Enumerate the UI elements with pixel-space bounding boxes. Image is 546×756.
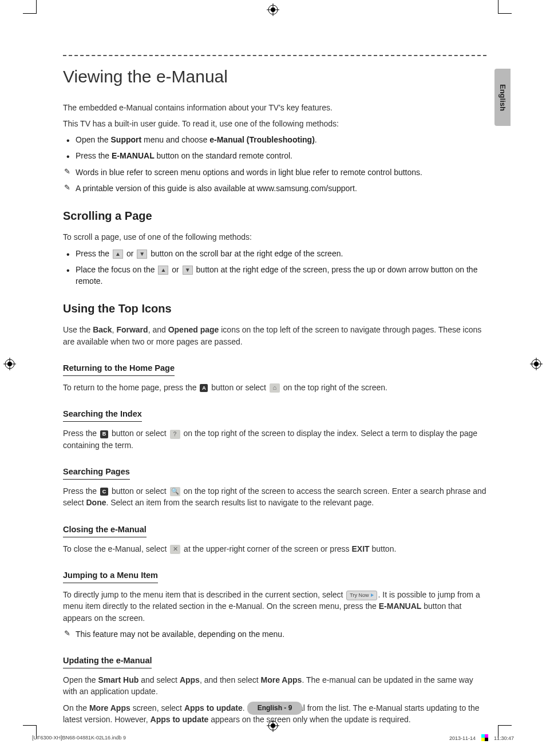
scrolling-bullet-list: Press the ▲ or ▼ button on the scroll ba… bbox=[63, 248, 486, 287]
index-icon: ？ bbox=[170, 430, 180, 439]
body-text: Open the Smart Hub and select Apps, and … bbox=[63, 674, 486, 698]
registration-mark-icon bbox=[530, 358, 543, 370]
list-item: Press the E-MANUAL button on the standar… bbox=[63, 150, 486, 161]
list-item: Words in blue refer to screen menu optio… bbox=[63, 167, 486, 178]
list-item: This feature may not be available, depen… bbox=[63, 628, 486, 640]
play-icon bbox=[371, 593, 374, 597]
crop-mark bbox=[498, 0, 512, 14]
search-icon: 🔍 bbox=[170, 487, 180, 496]
arrow-down-icon: ▼ bbox=[183, 266, 193, 275]
svg-rect-17 bbox=[485, 734, 488, 738]
section-heading-top-icons: Using the Top Icons bbox=[63, 300, 486, 317]
subsection-return-home: Returning to the Home Page bbox=[63, 362, 175, 376]
registration-mark-icon bbox=[267, 3, 279, 16]
remote-key-b-icon: B bbox=[100, 430, 108, 438]
body-text: Press the B button or select ？ on the to… bbox=[63, 428, 486, 451]
svg-rect-16 bbox=[481, 734, 485, 738]
list-item: A printable version of this guide is als… bbox=[63, 183, 486, 194]
body-text: To directly jump to the menu item that i… bbox=[63, 589, 486, 624]
subsection-search-index: Searching the Index bbox=[63, 408, 142, 422]
list-item: Place the focus on the ▲ or ▼ button at … bbox=[63, 264, 486, 287]
body-text: To close the e-Manual, select ✕ at the u… bbox=[63, 543, 486, 555]
subsection-jumping: Jumping to a Menu Item bbox=[63, 569, 158, 583]
remote-key-c-icon: C bbox=[100, 488, 108, 496]
arrow-up-icon: ▲ bbox=[158, 266, 168, 275]
body-text: To scroll a page, use of one of the foll… bbox=[63, 231, 486, 243]
language-tab: English bbox=[494, 69, 511, 126]
section-heading-scrolling: Scrolling a Page bbox=[63, 208, 486, 224]
try-now-badge: Try Now bbox=[346, 591, 377, 600]
body-text: To return to the home page, press the A … bbox=[63, 382, 486, 393]
imprint-time: 11:30:47 bbox=[494, 735, 514, 742]
arrow-down-icon: ▼ bbox=[137, 250, 147, 259]
crop-mark bbox=[23, 0, 37, 14]
subsection-closing: Closing the e-Manual bbox=[63, 524, 147, 537]
close-icon: ✕ bbox=[170, 545, 180, 554]
intro-bullet-list: Open the Support menu and choose e-Manua… bbox=[63, 134, 486, 162]
page-title: Viewing the e-Manual bbox=[63, 64, 486, 89]
list-item: Press the ▲ or ▼ button on the scroll ba… bbox=[63, 248, 486, 259]
imprint-line: [UF6300-XH]BN68-04881K-02L16.indb 9 2013… bbox=[32, 734, 514, 743]
registration-mark-icon bbox=[3, 358, 16, 370]
subsection-search-pages: Searching Pages bbox=[63, 466, 130, 480]
page-footer: English - 9 bbox=[63, 702, 486, 715]
svg-rect-18 bbox=[481, 738, 485, 741]
intro-note-list: Words in blue refer to screen menu optio… bbox=[63, 167, 486, 195]
body-text: Use the Back, Forward, and Opened page i… bbox=[63, 324, 486, 347]
divider bbox=[63, 55, 486, 56]
jumping-note-list: This feature may not be available, depen… bbox=[63, 628, 486, 640]
language-tab-label: English bbox=[497, 84, 508, 111]
imprint-date: 2013-11-14 bbox=[449, 735, 476, 742]
svg-rect-19 bbox=[485, 738, 488, 741]
home-icon: ⌂ bbox=[270, 383, 280, 393]
list-item: Open the Support menu and choose e-Manua… bbox=[63, 134, 486, 145]
arrow-up-icon: ▲ bbox=[113, 250, 123, 259]
imprint-filename: [UF6300-XH]BN68-04881K-02L16.indb 9 bbox=[32, 734, 126, 743]
color-registration-icon bbox=[481, 734, 488, 743]
body-text: Press the C button or select 🔍 on the to… bbox=[63, 485, 486, 509]
remote-key-a-icon: A bbox=[200, 384, 208, 392]
intro-text: The embedded e-Manual contains informati… bbox=[63, 102, 486, 113]
subsection-updating: Updating the e-Manual bbox=[63, 655, 152, 668]
page-number-badge: English - 9 bbox=[247, 702, 303, 715]
intro-text: This TV has a built-in user guide. To re… bbox=[63, 118, 486, 129]
page-content: Viewing the e-Manual The embedded e-Manu… bbox=[63, 55, 486, 730]
